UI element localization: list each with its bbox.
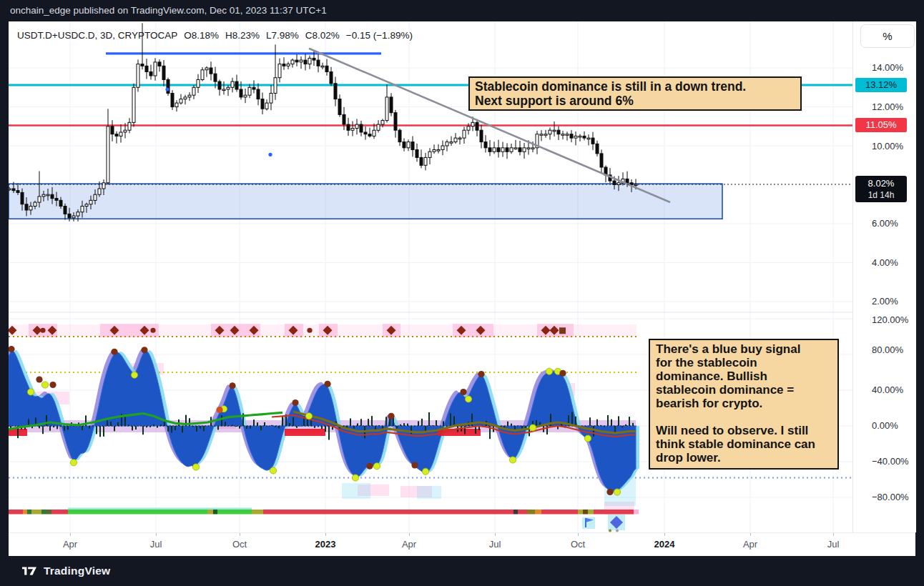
- published-banner-text: onchain_edge published on TradingView.co…: [10, 5, 327, 16]
- buy-signal-annotation-line: There's a blue buy signal: [656, 342, 832, 356]
- time-axis-label: 2024: [654, 539, 675, 550]
- time-axis[interactable]: AprJulOct2023AprJulOct2024AprJul: [9, 532, 915, 556]
- tradingview-brand-label[interactable]: TradingView: [44, 565, 110, 577]
- red-level-value: 11.05%: [865, 119, 896, 130]
- time-axis-tick: [409, 533, 410, 536]
- time-axis-label: Apr: [402, 539, 416, 550]
- cyan-level-value: 13.12%: [865, 79, 897, 90]
- downtrend-annotation-line2: Next support is around 6%: [475, 94, 795, 108]
- buy-signal-annotation-line: Will need to observe. I still: [656, 424, 832, 437]
- symbol-legend[interactable]: USDT.D+USDC.D, 3D, CRYPTOCAP O8.18% H8.2…: [17, 30, 413, 41]
- percent-scale-label: %: [883, 30, 892, 42]
- current-price-value: 8.02%: [855, 177, 907, 190]
- ohlc-high: H8.23%: [225, 30, 260, 41]
- symbol-title: USDT.D+USDC.D, 3D, CRYPTOCAP: [17, 30, 177, 41]
- time-axis-tick: [578, 533, 579, 536]
- price-axis-label: 40.00%: [872, 384, 903, 397]
- chart-surface: USDT.D+USDC.D, 3D, CRYPTOCAP O8.18% H8.2…: [9, 21, 915, 555]
- price-axis-label: 12.00%: [872, 101, 903, 114]
- ohlc-change: −0.15 (−1.89%): [346, 30, 413, 41]
- time-axis-label: Jul: [150, 539, 162, 550]
- buy-signal-annotation-line: for the stablecoin: [656, 356, 832, 369]
- downtrend-annotation[interactable]: Stablecoin dominance is still in a down …: [468, 76, 802, 111]
- downtrend-annotation-line1: Stablecoin dominance is still in a down …: [475, 79, 795, 94]
- time-axis-label: Oct: [571, 539, 585, 550]
- time-axis-label: 2023: [315, 539, 336, 550]
- price-axis-label: 80.00%: [872, 344, 903, 357]
- time-axis-tick: [70, 533, 71, 536]
- time-axis-tick: [240, 533, 240, 536]
- time-axis-label: Jul: [489, 539, 501, 550]
- time-axis-label: Jul: [827, 539, 840, 550]
- time-axis-label: Apr: [63, 539, 77, 550]
- buy-signal-annotation-line: bearish for crypto.: [656, 397, 832, 410]
- time-axis-tick: [156, 533, 157, 536]
- ohlc-close: C8.02%: [305, 30, 340, 41]
- time-axis-tick: [325, 533, 326, 536]
- ohlc-low: L7.98%: [266, 30, 299, 41]
- price-axis-label: 2.00%: [872, 295, 898, 308]
- current-price-tag: 8.02% 1d 14h: [855, 176, 907, 202]
- tradingview-logo-icon[interactable]: [21, 565, 38, 577]
- footer-bar: TradingView: [0, 555, 924, 586]
- percent-scale-button[interactable]: %: [860, 24, 915, 48]
- price-axis-label: 0.00%: [872, 419, 898, 432]
- time-axis-tick: [495, 533, 496, 536]
- time-axis-tick: [833, 533, 834, 536]
- ohlc-open: O8.18%: [184, 30, 219, 41]
- price-axis-label: 14.00%: [872, 61, 903, 74]
- buy-signal-annotation-line: drop lower.: [656, 451, 832, 465]
- time-axis-label: Apr: [743, 539, 757, 550]
- price-axis-label: 4.00%: [872, 257, 898, 269]
- red-level-price-tag: 11.05%: [855, 118, 907, 132]
- bar-countdown: 1d 14h: [855, 190, 907, 201]
- buy-signal-annotation-line: think stable dominance can: [656, 437, 832, 451]
- price-axis-label: −80.00%: [872, 491, 909, 504]
- buy-signal-annotation-line: dominance. Bullish: [656, 369, 832, 383]
- buy-signal-annotation[interactable]: There's a blue buy signalfor the stablec…: [649, 339, 839, 470]
- published-banner: onchain_edge published on TradingView.co…: [0, 0, 924, 21]
- price-axis-label: 6.00%: [872, 217, 898, 230]
- price-axis-label: −40.00%: [872, 455, 909, 468]
- time-axis-tick: [750, 533, 751, 536]
- cyan-level-price-tag: 13.12%: [855, 78, 907, 92]
- price-axis-label: 10.00%: [872, 140, 903, 153]
- buy-signal-annotation-line: stablecoin dominance =: [656, 383, 832, 397]
- price-axis[interactable]: 14.00%12.00%10.00%6.00%4.00%2.00%120.00%…: [852, 21, 916, 532]
- time-axis-label: Oct: [232, 539, 247, 550]
- buy-signal-annotation-line: [656, 410, 832, 424]
- time-axis-tick: [664, 533, 665, 536]
- price-axis-label: 120.00%: [872, 314, 908, 327]
